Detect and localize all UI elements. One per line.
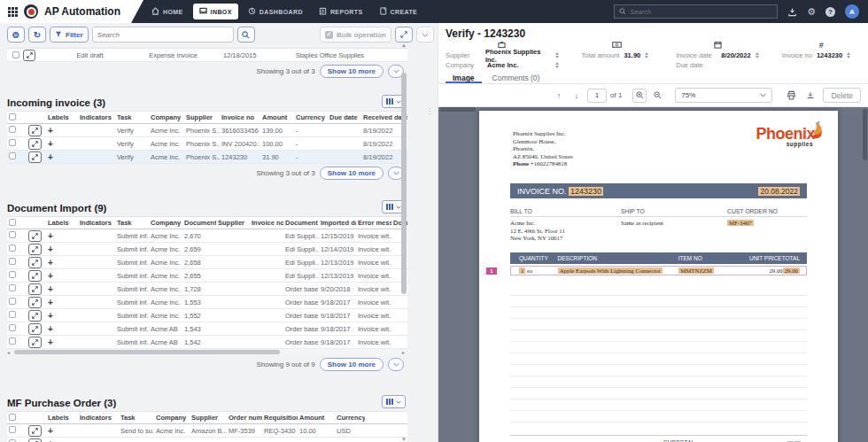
col-labels[interactable]: Labels xyxy=(46,112,78,124)
table-row[interactable]: +Submit inf...Acme Inc.1,553Order base..… xyxy=(7,296,407,309)
total-highlight[interactable]: 29.00 xyxy=(783,268,800,274)
table-row[interactable]: +Submit inf...Acme AB1,543Order base...9… xyxy=(7,322,407,336)
invoice-no-highlight[interactable]: 1243230 xyxy=(569,187,603,196)
table-row[interactable]: +Submit inf...Acme Inc.2,670Edi Suppli..… xyxy=(7,229,407,243)
table-row[interactable]: +Submit inf...Acme AB1,542Order base...9… xyxy=(7,336,407,349)
scroll-up-arrow[interactable]: ▲ xyxy=(401,43,407,48)
scroll-down-arrow[interactable]: ▼ xyxy=(401,437,407,442)
col-amount[interactable]: Amount xyxy=(260,112,294,124)
nav-create[interactable]: CREATE xyxy=(373,4,424,19)
add-label-button[interactable]: + xyxy=(48,324,53,334)
item-no-highlight[interactable]: MMTNZZM xyxy=(678,268,714,274)
next-page-button[interactable]: ↓ xyxy=(570,89,584,103)
open-task-button[interactable] xyxy=(28,125,42,136)
table-row[interactable]: +Submit inf...Acme Inc.2,659Edi Suppli..… xyxy=(7,243,407,256)
app-grid-icon[interactable] xyxy=(8,7,18,17)
show-more-button[interactable]: Show 10 more xyxy=(320,65,384,78)
scroll-right-arrow[interactable]: ▸ xyxy=(402,349,407,355)
col-company[interactable]: Company xyxy=(149,217,182,229)
field-stepper[interactable] xyxy=(645,52,648,58)
row-checkbox[interactable] xyxy=(9,126,16,133)
global-search-input[interactable] xyxy=(630,8,763,16)
open-task-button[interactable] xyxy=(28,244,42,255)
open-task-button[interactable] xyxy=(28,310,42,322)
table-row[interactable]: +Submit inf...Acme Inc.2,658Edi Suppli..… xyxy=(7,256,407,269)
col-indicators[interactable]: Indicators xyxy=(78,217,115,229)
left-vertical-scrollbar[interactable]: ▲ ▼ xyxy=(400,43,407,442)
table-row[interactable]: +Submit inf...Acme Inc.1,552Order base..… xyxy=(7,309,407,322)
row-checkbox[interactable] xyxy=(9,298,16,305)
add-label-button[interactable]: + xyxy=(48,284,53,294)
bulk-operation-button[interactable]: ✓ Bulk operation xyxy=(320,27,391,43)
add-label-button[interactable]: + xyxy=(48,139,53,149)
open-task-button[interactable] xyxy=(28,230,42,242)
horizontal-scrollbar[interactable]: ◂ ▸ xyxy=(7,349,407,355)
open-task-button[interactable] xyxy=(28,323,42,335)
draft-table-row[interactable]: Edit draft Expense invoice 12/18/2015 St… xyxy=(7,48,407,62)
row-checkbox[interactable] xyxy=(9,311,16,318)
open-task-button[interactable] xyxy=(28,297,42,308)
expand-panel-button[interactable] xyxy=(395,27,413,43)
row-checkbox[interactable] xyxy=(9,152,16,159)
table-row-selected[interactable]: + VerifyAcme Inc.Phoenix S...124323031.9… xyxy=(7,151,407,164)
invoice-date-value[interactable]: 8/20/2022 xyxy=(721,51,750,59)
invoice-date-highlight[interactable]: 20.08.2022 xyxy=(758,187,800,196)
select-all-checkbox[interactable] xyxy=(9,414,16,421)
add-label-button[interactable]: + xyxy=(48,337,53,347)
row-checkbox[interactable] xyxy=(9,231,16,238)
col-company[interactable]: Company xyxy=(154,412,190,424)
settings-gear-icon[interactable]: ⚙ xyxy=(807,6,816,18)
add-label-button[interactable]: + xyxy=(48,311,53,321)
col-task[interactable]: Task xyxy=(115,217,149,229)
col-supplier[interactable]: Supplier xyxy=(184,112,220,124)
list-search-input[interactable] xyxy=(92,27,234,43)
table-row[interactable]: + VerifyAcme Inc.Phoenix S...INV 200420.… xyxy=(7,137,407,151)
cust-order-highlight[interactable]: MF-3467 xyxy=(727,220,754,226)
col-indicators[interactable]: Indicators xyxy=(78,112,115,124)
add-label-button[interactable]: + xyxy=(48,231,53,241)
nav-reports[interactable]: REPORTS xyxy=(313,4,369,19)
user-avatar[interactable]: A xyxy=(845,4,859,19)
zoom-in-button[interactable] xyxy=(632,89,647,103)
show-more-button[interactable]: Show 10 more xyxy=(320,167,384,180)
open-task-button[interactable] xyxy=(28,270,42,282)
row-checkbox[interactable] xyxy=(9,139,16,146)
search-submit-button[interactable] xyxy=(237,27,255,43)
field-stepper[interactable] xyxy=(756,52,759,58)
download-icon[interactable] xyxy=(787,7,797,17)
scrollbar-thumb[interactable] xyxy=(14,350,280,354)
delete-button[interactable]: Delete xyxy=(823,88,861,103)
tab-comments[interactable]: Comments (0) xyxy=(485,72,547,83)
zoom-level-select[interactable]: 75% xyxy=(675,88,772,103)
select-all-checkbox[interactable] xyxy=(9,113,16,120)
col-order-number[interactable]: Order number xyxy=(227,412,262,424)
col-imported-date[interactable]: Imported date xyxy=(319,217,356,229)
col-document-type[interactable]: Document type xyxy=(283,217,319,229)
col-currency[interactable]: Currency xyxy=(294,112,328,124)
row-checkbox[interactable] xyxy=(9,284,16,291)
open-task-button[interactable] xyxy=(23,50,36,61)
field-stepper[interactable] xyxy=(555,62,559,68)
row-checkbox[interactable] xyxy=(9,271,16,278)
col-labels[interactable]: Labels xyxy=(46,217,78,229)
refresh-button[interactable]: ↻ xyxy=(28,27,46,43)
add-label-button[interactable]: + xyxy=(48,271,53,281)
scrollbar-thumb[interactable] xyxy=(863,109,867,160)
open-task-button[interactable] xyxy=(28,438,42,442)
company-value[interactable]: Acme Inc. xyxy=(487,61,518,69)
col-indicators[interactable]: Indicators xyxy=(78,412,119,424)
add-label-button[interactable]: + xyxy=(48,426,53,436)
row-checkbox[interactable] xyxy=(9,426,16,433)
row-checkbox[interactable] xyxy=(9,324,16,331)
show-more-button[interactable]: Show 10 more xyxy=(320,358,384,371)
scrollbar-thumb[interactable] xyxy=(401,73,407,294)
pdf-viewer[interactable]: Phoenix Supplies Inc. Glenmoor House, Ph… xyxy=(438,107,868,442)
add-label-button[interactable]: + xyxy=(48,152,53,162)
add-label-button[interactable]: + xyxy=(48,439,53,442)
page-number-input[interactable] xyxy=(587,89,607,103)
print-button[interactable] xyxy=(784,89,798,103)
table-row[interactable]: +Send to su...Acme Inc.Amazon B...MF-353… xyxy=(7,424,407,438)
col-requisition[interactable]: Requisition xyxy=(262,412,298,424)
row-checkbox[interactable] xyxy=(12,51,19,58)
description-highlight[interactable]: Apple Earpods With Lightning Connector xyxy=(558,268,663,274)
